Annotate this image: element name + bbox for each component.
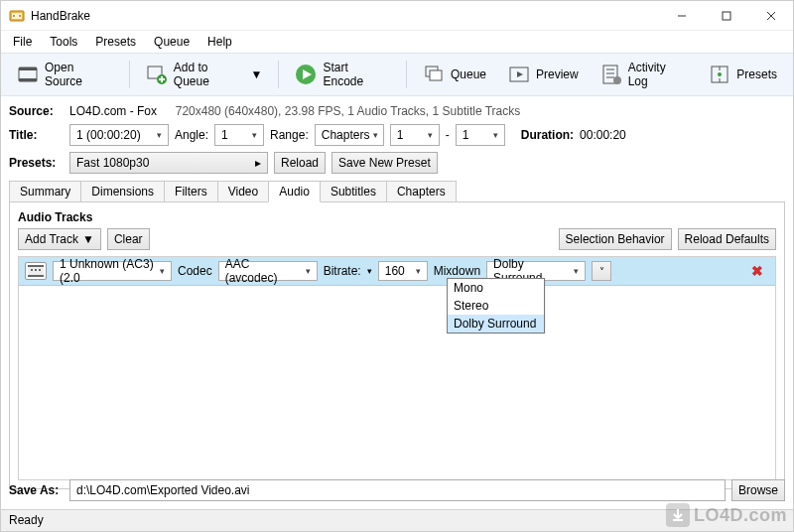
- play-icon: [295, 64, 317, 85]
- queue-add-icon: [146, 64, 168, 85]
- range-to-select[interactable]: 1▾: [456, 124, 505, 146]
- browse-button[interactable]: Browse: [731, 479, 785, 501]
- grip-icon[interactable]: [25, 262, 47, 280]
- tracks-area: 1 Unknown (AC3) (2.0▾ Codec AAC (avcodec…: [18, 256, 776, 480]
- title-row: Title: 1 (00:00:20)▾ Angle: 1▾ Range: Ch…: [9, 124, 785, 146]
- presets-button[interactable]: Presets: [699, 60, 787, 89]
- mixdown-option-dolby[interactable]: Dolby Surround: [448, 315, 544, 332]
- source-row: Source: LO4D.com - Fox 720x480 (640x480)…: [9, 104, 785, 118]
- tab-video[interactable]: Video: [217, 181, 269, 202]
- audio-header: Add Track▼ Clear Selection Behavior Relo…: [18, 228, 776, 250]
- clear-button[interactable]: Clear: [107, 228, 150, 250]
- codec-label: Codec: [178, 264, 212, 278]
- title-label: Title:: [9, 128, 64, 142]
- presets-row: Presets: Fast 1080p30▸ Reload Save New P…: [9, 152, 785, 174]
- reload-button[interactable]: Reload: [274, 152, 326, 174]
- selection-behavior-button[interactable]: Selection Behavior: [559, 228, 672, 250]
- audio-tracks-label: Audio Tracks: [18, 210, 776, 224]
- film-icon: [17, 64, 39, 85]
- tab-audio[interactable]: Audio: [268, 181, 321, 202]
- log-icon: [600, 64, 622, 85]
- menu-help[interactable]: Help: [199, 33, 240, 51]
- svg-rect-34: [35, 269, 37, 271]
- save-as-label: Save As:: [9, 483, 64, 497]
- titlebar: HandBrake: [1, 1, 793, 31]
- maximize-button[interactable]: [704, 1, 748, 31]
- tab-chapters[interactable]: Chapters: [386, 181, 457, 202]
- presets-icon: [709, 64, 730, 85]
- menubar: File Tools Presets Queue Help: [1, 31, 793, 53]
- svg-rect-9: [19, 67, 37, 70]
- tab-filters[interactable]: Filters: [164, 181, 218, 202]
- track-source-select[interactable]: 1 Unknown (AC3) (2.0▾: [53, 261, 172, 281]
- save-as-row: Save As: Browse: [1, 475, 793, 505]
- menu-queue[interactable]: Queue: [146, 33, 198, 51]
- window-title: HandBrake: [31, 9, 90, 23]
- activity-log-button[interactable]: Activity Log: [591, 57, 698, 92]
- preview-icon: [508, 64, 530, 85]
- mixdown-label: Mixdown: [434, 264, 480, 278]
- watermark: LO4D.com: [666, 503, 787, 527]
- expand-track-button[interactable]: ˅: [592, 261, 611, 281]
- presets-label: Presets:: [9, 156, 64, 170]
- menu-tools[interactable]: Tools: [42, 33, 85, 51]
- bitrate-label: Bitrate:: [324, 264, 361, 278]
- close-button[interactable]: [748, 1, 793, 31]
- range-label: Range:: [270, 128, 309, 142]
- title-select[interactable]: 1 (00:00:20)▾: [69, 124, 169, 146]
- source-label: Source:: [9, 104, 64, 118]
- angle-label: Angle:: [175, 128, 208, 142]
- save-as-input[interactable]: [69, 479, 726, 501]
- download-icon: [666, 503, 690, 527]
- range-from-select[interactable]: 1▾: [390, 124, 440, 146]
- duration-value: 00:00:20: [580, 128, 626, 142]
- minimize-button[interactable]: [659, 1, 704, 31]
- svg-rect-31: [28, 265, 44, 267]
- tab-dimensions[interactable]: Dimensions: [80, 181, 165, 202]
- duration-label: Duration:: [521, 128, 574, 142]
- svg-rect-5: [723, 12, 730, 20]
- chevron-down-icon: ▼: [251, 67, 263, 81]
- svg-rect-33: [31, 269, 33, 271]
- remove-track-button[interactable]: ✖: [745, 263, 769, 279]
- save-preset-button[interactable]: Save New Preset: [331, 152, 438, 174]
- angle-select[interactable]: 1▾: [214, 124, 264, 146]
- svg-rect-35: [39, 269, 41, 271]
- audio-panel: Audio Tracks Add Track▼ Clear Selection …: [9, 201, 785, 489]
- svg-point-3: [19, 15, 21, 17]
- tab-subtitles[interactable]: Subtitles: [320, 181, 387, 202]
- toolbar: Open Source Add to Queue ▼ Start Encode …: [1, 53, 793, 96]
- mixdown-dropdown[interactable]: Mono Stereo Dolby Surround: [447, 278, 545, 333]
- add-to-queue-button[interactable]: Add to Queue ▼: [136, 57, 273, 92]
- preset-select[interactable]: Fast 1080p30▸: [69, 152, 268, 174]
- open-source-button[interactable]: Open Source: [7, 57, 123, 92]
- svg-rect-18: [430, 70, 442, 80]
- mixdown-option-mono[interactable]: Mono: [448, 279, 544, 297]
- mixdown-option-stereo[interactable]: Stereo: [448, 297, 544, 315]
- svg-point-2: [13, 15, 15, 17]
- start-encode-button[interactable]: Start Encode: [285, 57, 400, 92]
- svg-point-25: [613, 76, 621, 84]
- range-type-select[interactable]: Chapters▾: [315, 124, 384, 146]
- codec-select[interactable]: AAC (avcodec)▾: [218, 261, 318, 281]
- content: Source: LO4D.com - Fox 720x480 (640x480)…: [1, 96, 793, 489]
- range-sep: -: [446, 128, 450, 142]
- source-info: 720x480 (640x480), 23.98 FPS, 1 Audio Tr…: [176, 104, 521, 118]
- svg-rect-10: [19, 78, 37, 81]
- tabs: Summary Dimensions Filters Video Audio S…: [9, 180, 785, 201]
- bitrate-select[interactable]: 160▾: [378, 261, 428, 281]
- source-name: LO4D.com - Fox: [69, 104, 157, 118]
- audio-track-row: 1 Unknown (AC3) (2.0▾ Codec AAC (avcodec…: [19, 257, 775, 286]
- queue-button[interactable]: Queue: [413, 60, 496, 89]
- svg-marker-20: [517, 71, 523, 77]
- svg-point-27: [718, 72, 722, 76]
- app-icon: [9, 8, 25, 24]
- add-track-button[interactable]: Add Track▼: [18, 228, 101, 250]
- reload-defaults-button[interactable]: Reload Defaults: [678, 228, 776, 250]
- tab-summary[interactable]: Summary: [9, 181, 81, 202]
- preview-button[interactable]: Preview: [498, 60, 589, 89]
- menu-file[interactable]: File: [5, 33, 40, 51]
- menu-presets[interactable]: Presets: [87, 33, 144, 51]
- queue-icon: [423, 64, 445, 85]
- status-text: Ready: [9, 513, 44, 527]
